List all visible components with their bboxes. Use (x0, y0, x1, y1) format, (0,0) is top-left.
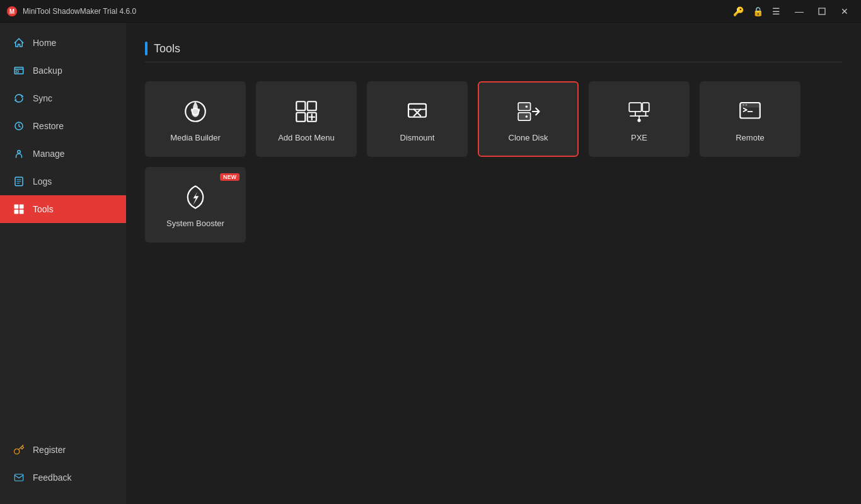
main-layout: Home Backup (0, 23, 861, 504)
content-area: Tools Media Builder (126, 23, 861, 504)
title-bar: M MiniTool ShadowMaker Trial 4.6.0 🔑 🔒 ☰… (0, 0, 861, 23)
feedback-icon (13, 471, 25, 484)
register-label: Register (33, 445, 66, 455)
svg-point-30 (526, 115, 528, 118)
sidebar-item-restore[interactable]: Restore (0, 112, 126, 140)
manage-icon (13, 147, 25, 160)
page-title: Tools (154, 42, 180, 55)
lock-icon[interactable]: 🔒 (753, 6, 763, 16)
app-logo: M (6, 6, 18, 17)
maximize-button[interactable] (812, 4, 832, 19)
tool-card-add-boot-menu-label: Add Boot Menu (278, 133, 335, 142)
svg-rect-21 (408, 103, 426, 117)
page-title-container: Tools (145, 42, 842, 62)
system-booster-icon (180, 182, 211, 212)
sidebar-item-register[interactable]: Register (0, 436, 126, 464)
key-icon[interactable]: 🔑 (733, 6, 744, 16)
menu-icon[interactable]: ☰ (772, 6, 780, 16)
sidebar-bottom: Register Feedback (0, 436, 126, 504)
backup-icon (13, 64, 25, 77)
svg-rect-10 (14, 210, 19, 214)
pxe-icon (624, 96, 654, 127)
sync-icon (13, 92, 25, 105)
minimize-button[interactable]: — (789, 4, 809, 19)
sidebar-item-restore-label: Restore (33, 121, 64, 131)
logs-icon (13, 175, 25, 188)
svg-rect-15 (296, 101, 305, 110)
title-bar-right: 🔑 🔒 ☰ — ✕ (733, 4, 855, 19)
register-icon (13, 444, 25, 456)
svg-rect-2 (819, 8, 825, 14)
sidebar-item-tools-label: Tools (33, 204, 54, 214)
sidebar-item-backup[interactable]: Backup (0, 57, 126, 84)
dismount-icon (402, 96, 432, 127)
add-boot-menu-icon (291, 96, 321, 127)
svg-rect-31 (629, 103, 641, 112)
page-title-accent (145, 42, 147, 55)
svg-point-37 (637, 118, 640, 122)
sidebar-item-tools[interactable]: Tools (0, 195, 126, 223)
svg-point-6 (18, 151, 21, 154)
svg-rect-12 (14, 474, 23, 481)
home-icon (13, 37, 25, 49)
sidebar-item-manage[interactable]: Manage (0, 140, 126, 168)
tool-card-clone-disk-label: Clone Disk (509, 133, 548, 142)
sidebar-item-feedback[interactable]: Feedback (0, 464, 126, 491)
svg-point-29 (526, 105, 528, 108)
tools-grid: Media Builder Add Boot Men (145, 81, 842, 243)
svg-rect-32 (642, 103, 649, 112)
media-builder-icon (180, 96, 211, 127)
sidebar: Home Backup (0, 23, 126, 504)
svg-point-40 (743, 104, 744, 106)
new-badge: NEW (220, 173, 240, 181)
tool-card-clone-disk[interactable]: Clone Disk (478, 81, 579, 157)
tool-card-remote-label: Remote (736, 133, 765, 142)
tool-card-pxe-label: PXE (631, 133, 647, 142)
tool-card-system-booster[interactable]: NEW System Booster (145, 167, 246, 243)
svg-rect-16 (308, 101, 316, 110)
sidebar-item-home-label: Home (33, 38, 56, 48)
tool-card-media-builder-label: Media Builder (170, 133, 221, 142)
tool-card-system-booster-label: System Booster (166, 219, 224, 228)
title-bar-left: M MiniTool ShadowMaker Trial 4.6.0 (6, 6, 136, 17)
sidebar-item-sync[interactable]: Sync (0, 84, 126, 112)
close-button[interactable]: ✕ (835, 4, 855, 19)
sidebar-item-logs[interactable]: Logs (0, 168, 126, 195)
remote-icon (735, 96, 765, 127)
svg-text:M: M (9, 8, 14, 15)
sidebar-item-backup-label: Backup (33, 66, 62, 76)
svg-rect-9 (20, 205, 24, 209)
svg-rect-17 (296, 112, 305, 121)
tool-card-media-builder[interactable]: Media Builder (145, 81, 246, 157)
title-extra-icons: 🔑 🔒 ☰ (733, 6, 780, 16)
tools-icon (13, 203, 25, 215)
clone-disk-icon (513, 96, 543, 127)
sidebar-item-manage-label: Manage (33, 149, 65, 159)
svg-point-41 (746, 104, 748, 106)
svg-rect-26 (519, 103, 529, 109)
sidebar-item-sync-label: Sync (33, 93, 52, 103)
sidebar-item-logs-label: Logs (33, 176, 52, 186)
svg-rect-22 (408, 103, 426, 109)
tool-card-dismount-label: Dismount (400, 133, 435, 142)
tool-card-remote[interactable]: Remote (700, 81, 800, 157)
nav-items: Home Backup (0, 29, 126, 223)
sidebar-item-home[interactable]: Home (0, 29, 126, 57)
svg-rect-4 (16, 71, 19, 72)
tool-card-dismount[interactable]: Dismount (367, 81, 468, 157)
restore-icon (13, 120, 25, 132)
svg-rect-8 (14, 205, 19, 209)
tool-card-pxe[interactable]: PXE (589, 81, 690, 157)
svg-rect-11 (20, 210, 24, 214)
svg-rect-28 (519, 113, 529, 119)
tool-card-add-boot-menu[interactable]: Add Boot Menu (256, 81, 357, 157)
app-title: MiniTool ShadowMaker Trial 4.6.0 (23, 7, 136, 16)
feedback-label: Feedback (33, 472, 71, 483)
